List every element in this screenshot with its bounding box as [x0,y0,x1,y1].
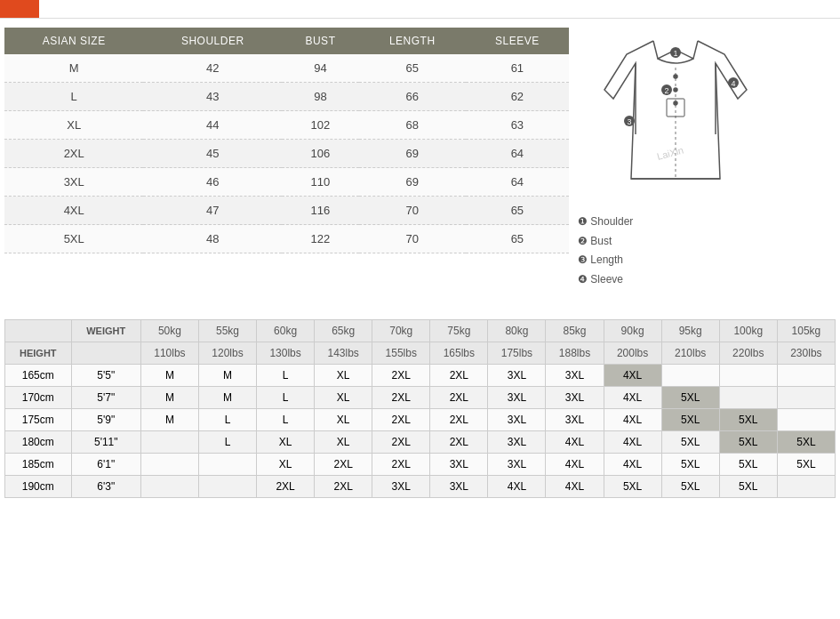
height-cm: 170cm [5,387,72,409]
table-row: 185cm6'1"XL2XL2XL3XL3XL4XL4XL5XL5XL5XL [5,454,836,476]
height-cm: 185cm [5,454,72,476]
rec-size-cell [661,365,719,387]
rec-weight-cell: 75kg [430,320,488,342]
main-size-header-row: ASIAN SIZESHOULDERBUSTLENGTHSLEEVE [4,28,569,54]
size-value: 70 [359,197,466,225]
main-size-col-header: BUST [282,28,359,54]
rec-lbs-cell: 210lbs [661,342,719,365]
rec-size-cell: 5XL [719,409,777,431]
tab-reviews[interactable] [39,0,78,18]
size-label: XL [4,111,143,140]
tab-description[interactable] [0,0,39,18]
rec-size-cell: 3XL [546,387,604,409]
recommend-section: WEIGHT50kg55kg60kg65kg70kg75kg80kg85kg90… [0,301,840,507]
rec-size-cell: 2XL [315,476,372,498]
rec-size-cell: L [257,365,315,387]
height-ft: 6'1" [71,454,140,476]
rec-size-cell: XL [257,454,315,476]
rec-size-cell: 2XL [372,365,430,387]
rec-size-cell: 3XL [372,476,430,498]
size-value: 69 [359,140,466,168]
rec-size-cell: 2XL [372,409,430,431]
rec-size-cell: 2XL [430,365,488,387]
rec-size-cell [198,476,256,498]
main-size-col-header: LENGTH [359,28,466,54]
shirt-diagram-svg: 1 2 3 4 LaiXin [578,28,773,205]
rec-size-cell [140,454,198,476]
rec-weight-cell: 55kg [198,320,256,342]
legend-shoulder: ❶ Shoulder [578,213,836,232]
main-size-col-header: SHOULDER [143,28,282,54]
size-value: 110 [282,168,359,197]
table-row: 3XL461106964 [4,168,569,197]
rec-size-cell: 5XL [661,409,719,431]
rec-size-cell: L [257,409,315,431]
tab-delivery[interactable] [78,0,117,18]
rec-lbs-cell: 155lbs [372,342,430,365]
legend-bust: ❷ Bust [578,232,836,252]
height-ft: 5'9" [71,409,140,431]
rec-weight-cell: 65kg [315,320,372,342]
table-row: XL441026863 [4,111,569,140]
rec-size-cell: 3XL [546,409,604,431]
rec-size-cell: 2XL [372,454,430,476]
rec-size-cell: XL [315,409,372,431]
rec-size-cell: L [198,431,256,454]
size-value: 44 [143,111,282,140]
rec-size-cell: L [257,387,315,409]
size-value: 43 [143,83,282,111]
rec-table-body: 165cm5'5"MMLXL2XL2XL3XL3XL4XL170cm5'7"MM… [5,365,836,498]
rec-size-cell: 3XL [488,431,546,454]
height-cm: 165cm [5,365,72,387]
rec-size-cell [140,431,198,454]
rec-size-cell [198,454,256,476]
rec-size-cell [777,409,835,431]
rec-size-cell: XL [257,431,315,454]
rec-size-cell: 5XL [661,476,719,498]
table-row: L43986662 [4,83,569,111]
rec-lbs-cell: 220lbs [719,342,777,365]
table-row: 5XL481227065 [4,225,569,253]
rec-size-cell: 4XL [488,476,546,498]
size-value: 62 [466,83,569,111]
rec-size-cell: M [140,365,198,387]
legend-sleeve: ❹ Sleeve [578,270,836,290]
size-value: 42 [143,54,282,83]
height-cm: 175cm [5,409,72,431]
height-ft: 5'11" [71,431,140,454]
size-value: 68 [359,111,466,140]
height-cm: 180cm [5,431,72,454]
svg-text:1: 1 [673,49,677,58]
rec-size-cell: XL [315,431,372,454]
rec-size-cell: 4XL [604,387,661,409]
rec-size-cell: 3XL [488,409,546,431]
rec-size-cell: 2XL [257,476,315,498]
rec-lbs-cell: 200lbs [604,342,661,365]
size-label: 4XL [4,197,143,225]
rec-lbs-cell: 130lbs [257,342,315,365]
size-value: 64 [466,168,569,197]
svg-point-3 [674,88,677,92]
rec-size-cell: 3XL [430,476,488,498]
size-value: 61 [466,54,569,83]
rec-size-cell: XL [315,387,372,409]
rec-size-cell: 3XL [488,454,546,476]
rec-size-cell: 5XL [777,454,835,476]
svg-point-2 [674,75,677,78]
rec-lbs-row: HEIGHT110lbs120lbs130lbs143lbs155lbs165l… [5,342,836,365]
tab-guarantee[interactable] [117,0,156,18]
rec-size-cell: M [198,365,256,387]
size-diagram: 1 2 3 4 LaiXin ❶ Shoulder ❷ Bust ❸ Lengt… [569,28,836,296]
rec-weight-cell: 70kg [372,320,430,342]
size-label: 2XL [4,140,143,168]
size-value: 45 [143,140,282,168]
rec-weight-row: WEIGHT50kg55kg60kg65kg70kg75kg80kg85kg90… [5,320,836,342]
rec-size-cell [140,476,198,498]
size-value: 94 [282,54,359,83]
rec-size-cell [777,387,835,409]
size-value: 64 [466,140,569,168]
rec-weight-cell: 60kg [257,320,315,342]
table-row: M42946561 [4,54,569,83]
rec-size-cell: 5XL [661,387,719,409]
rec-weight-cell: 105kg [777,320,835,342]
